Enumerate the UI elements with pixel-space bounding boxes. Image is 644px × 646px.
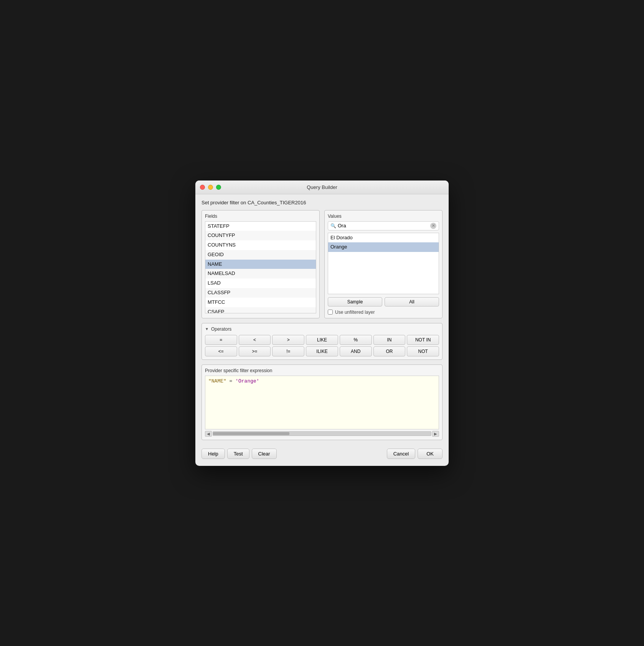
op-not-in[interactable]: NOT IN: [407, 335, 439, 345]
scroll-track[interactable]: [213, 431, 431, 436]
expression-section: Provider specific filter expression "NAM…: [201, 364, 443, 440]
search-box: 🔍 ✕: [328, 221, 439, 230]
operators-header: ▼ Operators: [205, 326, 439, 332]
clear-search-button[interactable]: ✕: [430, 223, 436, 229]
expression-label: Provider specific filter expression: [205, 368, 439, 373]
value-item-orange[interactable]: Orange: [328, 242, 439, 252]
op-like[interactable]: LIKE: [306, 335, 338, 345]
operators-row-1: = < > LIKE % IN NOT IN: [205, 335, 439, 345]
window-title: Query Builder: [307, 184, 337, 190]
scroll-thumb[interactable]: [213, 432, 289, 435]
op-greater[interactable]: >: [272, 335, 304, 345]
operators-row-2: <= >= != ILIKE AND OR NOT: [205, 346, 439, 356]
window-controls: [200, 185, 221, 190]
query-builder-window: Query Builder Set provider filter on CA_…: [195, 181, 449, 466]
field-item-classfp[interactable]: CLASSFP: [205, 288, 316, 298]
fields-list[interactable]: STATEFP COUNTYFP COUNTYNS GEOID NAME NAM…: [205, 221, 316, 313]
clear-button[interactable]: Clear: [252, 449, 277, 459]
field-item-countyns[interactable]: COUNTYNS: [205, 240, 316, 250]
ok-button[interactable]: OK: [418, 449, 443, 459]
search-icon: 🔍: [330, 223, 336, 229]
op-not-equals[interactable]: !=: [272, 346, 304, 356]
op-lte[interactable]: <=: [205, 346, 237, 356]
field-item-countyfp[interactable]: COUNTYFP: [205, 231, 316, 240]
op-ilike[interactable]: ILIKE: [306, 346, 338, 356]
operators-section: ▼ Operators = < > LIKE % IN NOT IN <= >=…: [201, 323, 443, 360]
values-label: Values: [328, 214, 439, 219]
field-item-namelsad[interactable]: NAMELSAD: [205, 269, 316, 278]
maximize-button[interactable]: [216, 185, 221, 190]
horizontal-scrollbar[interactable]: ◀ ▶: [205, 431, 439, 437]
field-item-name[interactable]: NAME: [205, 260, 316, 269]
values-list[interactable]: El Dorado Orange: [328, 233, 439, 294]
op-percent[interactable]: %: [340, 335, 372, 345]
sample-button[interactable]: Sample: [328, 297, 382, 306]
fields-panel: Fields STATEFP COUNTYFP COUNTYNS GEOID N…: [201, 210, 320, 318]
field-item-lsad[interactable]: LSAD: [205, 278, 316, 288]
unfiltered-checkbox[interactable]: [328, 310, 333, 315]
value-item-eldorado[interactable]: El Dorado: [328, 233, 439, 243]
titlebar: Query Builder: [195, 181, 449, 194]
bottom-bar: Help Test Clear Cancel OK: [201, 445, 443, 460]
expression-editor[interactable]: "NAME" = 'Orange': [205, 376, 439, 429]
op-gte[interactable]: >=: [239, 346, 271, 356]
all-button[interactable]: All: [385, 297, 439, 306]
operators-grid: = < > LIKE % IN NOT IN <= >= != ILIKE AN…: [205, 335, 439, 356]
collapse-icon[interactable]: ▼: [205, 327, 209, 331]
cancel-button[interactable]: Cancel: [387, 449, 415, 459]
test-button[interactable]: Test: [227, 449, 249, 459]
field-item-mtfcc[interactable]: MTFCC: [205, 298, 316, 307]
minimize-button[interactable]: [208, 185, 213, 190]
close-button[interactable]: [200, 185, 205, 190]
values-panel: Values 🔍 ✕ El Dorado Orange Sample All U…: [324, 210, 443, 318]
values-buttons: Sample All: [328, 297, 439, 306]
unfiltered-row: Use unfiltered layer: [328, 310, 439, 315]
op-or[interactable]: OR: [373, 346, 406, 356]
panels-row: Fields STATEFP COUNTYFP COUNTYNS GEOID N…: [201, 210, 443, 318]
values-search-input[interactable]: [338, 223, 430, 229]
main-content: Set provider filter on CA_Counties_TIGER…: [195, 194, 449, 466]
op-and[interactable]: AND: [340, 346, 372, 356]
op-equals[interactable]: =: [205, 335, 237, 345]
scroll-left-arrow[interactable]: ◀: [205, 431, 212, 437]
scroll-right-arrow[interactable]: ▶: [432, 431, 439, 437]
field-item-statefp[interactable]: STATEFP: [205, 222, 316, 231]
operators-label: Operators: [211, 326, 231, 332]
subtitle: Set provider filter on CA_Counties_TIGER…: [201, 200, 443, 205]
unfiltered-label: Use unfiltered layer: [335, 310, 375, 315]
field-item-csafp[interactable]: CSAFP: [205, 307, 316, 313]
help-button[interactable]: Help: [201, 449, 225, 459]
field-item-geoid[interactable]: GEOID: [205, 250, 316, 260]
op-not[interactable]: NOT: [407, 346, 439, 356]
op-less[interactable]: <: [239, 335, 271, 345]
fields-label: Fields: [205, 214, 316, 219]
op-in[interactable]: IN: [373, 335, 406, 345]
